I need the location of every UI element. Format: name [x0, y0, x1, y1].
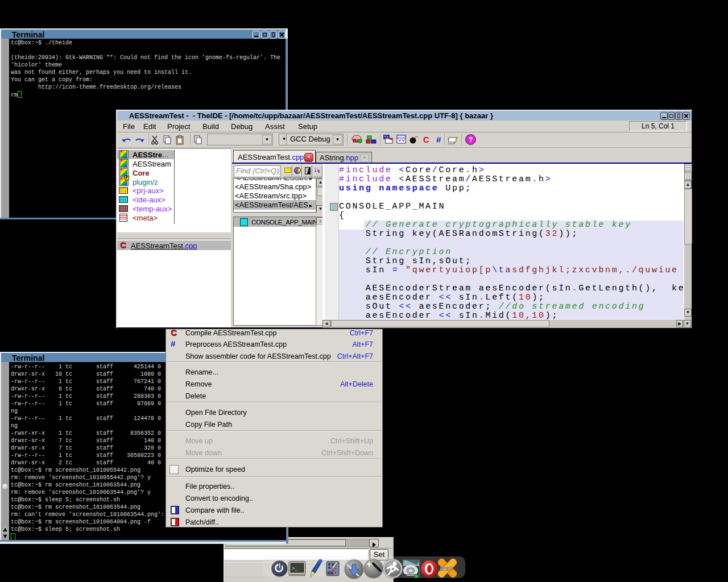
svg-text:chat: chat [440, 566, 452, 572]
svg-text:>_: >_ [292, 566, 298, 572]
svg-text:#: # [436, 135, 441, 144]
svg-text:C: C [423, 135, 429, 144]
svg-text:?: ? [454, 135, 458, 143]
